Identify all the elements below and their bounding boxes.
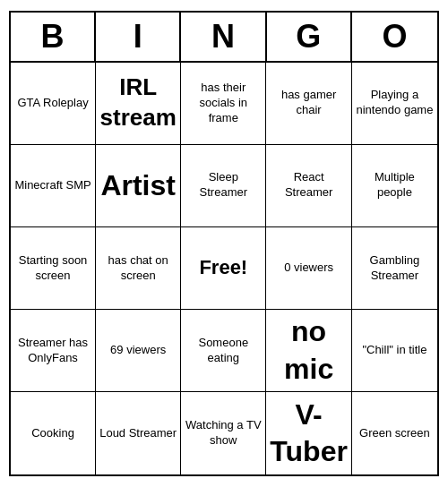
bingo-cell-24: Green screen bbox=[352, 392, 437, 474]
bingo-header: BINGO bbox=[11, 13, 437, 63]
bingo-cell-15: Streamer has OnlyFans bbox=[11, 310, 96, 392]
bingo-cell-7: Sleep Streamer bbox=[181, 145, 266, 227]
bingo-cell-14: Gambling Streamer bbox=[352, 227, 437, 310]
bingo-cell-19: "Chill" in title bbox=[352, 310, 437, 392]
bingo-letter-o: O bbox=[352, 13, 437, 61]
bingo-cell-21: Loud Streamer bbox=[96, 392, 181, 474]
bingo-cell-11: has chat on screen bbox=[96, 227, 181, 310]
bingo-cell-9: Multiple people bbox=[352, 145, 437, 227]
bingo-cell-5: Minecraft SMP bbox=[11, 145, 96, 227]
bingo-cell-18: no mic bbox=[266, 310, 352, 392]
bingo-cell-8: React Streamer bbox=[266, 145, 352, 227]
bingo-cell-2: has their socials in frame bbox=[181, 63, 266, 145]
bingo-letter-i: I bbox=[96, 13, 181, 61]
bingo-grid: GTA RoleplayIRL streamhas their socials … bbox=[11, 63, 437, 475]
bingo-letter-n: N bbox=[181, 13, 266, 61]
bingo-cell-10: Starting soon screen bbox=[11, 227, 96, 310]
bingo-cell-13: 0 viewers bbox=[266, 227, 352, 310]
bingo-cell-6: Artist bbox=[96, 145, 181, 227]
bingo-cell-23: V-Tuber bbox=[266, 392, 352, 474]
bingo-cell-12: Free! bbox=[181, 227, 266, 310]
bingo-letter-b: B bbox=[11, 13, 96, 61]
bingo-cell-17: Someone eating bbox=[181, 310, 266, 392]
bingo-card: BINGO GTA RoleplayIRL streamhas their so… bbox=[9, 11, 439, 477]
bingo-letter-g: G bbox=[267, 13, 352, 61]
bingo-cell-20: Cooking bbox=[11, 392, 96, 474]
bingo-cell-0: GTA Roleplay bbox=[11, 63, 96, 145]
bingo-cell-4: Playing a nintendo game bbox=[352, 63, 437, 145]
bingo-cell-22: Watching a TV show bbox=[181, 392, 266, 474]
bingo-cell-16: 69 viewers bbox=[96, 310, 181, 392]
bingo-cell-3: has gamer chair bbox=[266, 63, 352, 145]
bingo-cell-1: IRL stream bbox=[96, 63, 181, 145]
